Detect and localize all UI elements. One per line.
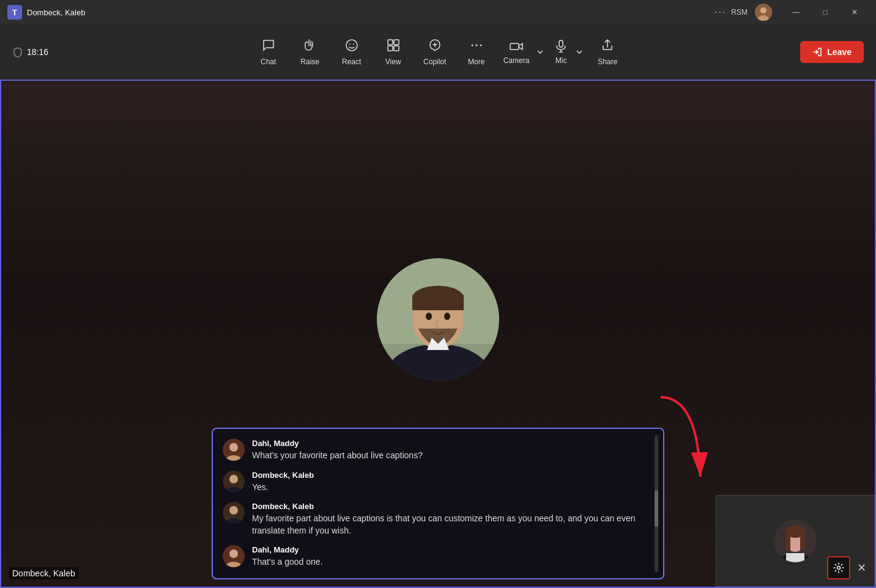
maximize-button[interactable]: □ bbox=[811, 2, 839, 22]
user-avatar bbox=[755, 4, 772, 21]
svg-rect-8 bbox=[388, 46, 393, 51]
copilot-label: Copilot bbox=[423, 58, 446, 66]
svg-point-11 bbox=[475, 45, 477, 47]
mic-label: Mic bbox=[555, 56, 567, 65]
caption-speaker-name: Dahl, Maddy bbox=[252, 439, 651, 448]
camera-group: Camera bbox=[499, 31, 547, 73]
captions-close-button[interactable]: ✕ bbox=[853, 559, 870, 576]
caption-entry: Dombeck, Kaleb Yes. bbox=[223, 471, 651, 494]
caption-entry: Dahl, Maddy What's your favorite part ab… bbox=[223, 439, 651, 462]
main-participant-photo bbox=[377, 258, 499, 381]
svg-rect-14 bbox=[559, 40, 563, 47]
camera-button[interactable]: Camera bbox=[499, 31, 535, 73]
share-label: Share bbox=[598, 58, 617, 66]
svg-rect-13 bbox=[510, 43, 519, 50]
svg-rect-7 bbox=[394, 40, 399, 45]
caption-text: That's a good one. bbox=[252, 556, 651, 568]
close-button[interactable]: ✕ bbox=[841, 2, 869, 22]
react-label: React bbox=[342, 58, 361, 66]
svg-point-50 bbox=[837, 567, 841, 570]
caption-avatar bbox=[223, 471, 245, 493]
svg-point-12 bbox=[480, 45, 481, 47]
mic-group: Mic bbox=[549, 31, 585, 73]
svg-point-48 bbox=[229, 549, 238, 558]
mic-button[interactable]: Mic bbox=[549, 31, 573, 73]
caption-content: Dombeck, Kaleb My favorite part about li… bbox=[252, 502, 651, 537]
caption-speaker-name: Dombeck, Kaleb bbox=[252, 502, 651, 511]
captions-panel: Dahl, Maddy What's your favorite part ab… bbox=[212, 428, 664, 579]
copilot-button[interactable]: Copilot bbox=[415, 31, 455, 73]
toolbar: 18:16 Chat Raise bbox=[0, 24, 876, 80]
copilot-icon bbox=[428, 38, 442, 55]
app-container: T Dombeck, Kaleb ··· RSM — □ ✕ bbox=[0, 0, 876, 588]
svg-point-27 bbox=[444, 313, 450, 320]
chat-label: Chat bbox=[261, 58, 276, 66]
chat-icon bbox=[261, 38, 276, 55]
window-title: Dombeck, Kaleb bbox=[27, 8, 85, 17]
svg-point-5 bbox=[353, 43, 354, 45]
svg-rect-36 bbox=[800, 532, 805, 550]
caption-content: Dombeck, Kaleb Yes. bbox=[252, 471, 651, 494]
minimize-button[interactable]: — bbox=[782, 2, 810, 22]
caption-text: What's your favorite part about live cap… bbox=[252, 450, 651, 462]
shield-icon bbox=[12, 47, 23, 58]
title-bar-left: T Dombeck, Kaleb bbox=[7, 5, 85, 20]
camera-label: Camera bbox=[503, 56, 530, 65]
caption-speaker-name: Dahl, Maddy bbox=[252, 545, 651, 554]
svg-rect-9 bbox=[394, 46, 399, 51]
svg-point-3 bbox=[346, 40, 357, 51]
caption-avatar bbox=[223, 439, 245, 461]
svg-point-4 bbox=[349, 43, 351, 45]
caption-text: My favorite part about live captions is … bbox=[252, 513, 651, 537]
camera-chevron[interactable] bbox=[534, 31, 546, 73]
svg-rect-35 bbox=[785, 532, 790, 550]
share-button[interactable]: Share bbox=[588, 31, 627, 73]
title-dots: ··· bbox=[715, 7, 726, 18]
svg-point-26 bbox=[426, 313, 432, 320]
toolbar-right: Leave bbox=[800, 41, 864, 63]
svg-point-10 bbox=[471, 45, 473, 47]
caption-speaker-name: Dombeck, Kaleb bbox=[252, 471, 651, 480]
caption-content: Dahl, Maddy That's a good one. bbox=[252, 545, 651, 568]
scrollbar-thumb bbox=[655, 490, 658, 527]
svg-point-45 bbox=[229, 506, 238, 515]
window-controls: — □ ✕ bbox=[782, 2, 869, 22]
raise-button[interactable]: Raise bbox=[291, 31, 330, 73]
captions-scrollbar[interactable] bbox=[655, 435, 658, 572]
svg-rect-6 bbox=[388, 40, 393, 45]
react-icon bbox=[344, 38, 359, 55]
captions-settings-button[interactable] bbox=[827, 556, 850, 579]
svg-rect-25 bbox=[412, 295, 464, 310]
more-button[interactable]: More bbox=[457, 31, 496, 73]
caption-entry: Dombeck, Kaleb My favorite part about li… bbox=[223, 502, 651, 537]
caption-avatar bbox=[223, 502, 245, 524]
caption-avatar bbox=[223, 545, 245, 567]
participant-name-label: Dombeck, Kaleb bbox=[9, 567, 79, 579]
view-label: View bbox=[385, 58, 401, 66]
raise-icon bbox=[303, 38, 317, 55]
caption-content: Dahl, Maddy What's your favorite part ab… bbox=[252, 439, 651, 462]
toolbar-center: Chat Raise bbox=[249, 31, 628, 73]
teams-logo: T bbox=[7, 5, 22, 20]
caption-entry: Dahl, Maddy That's a good one. bbox=[223, 545, 651, 568]
svg-rect-37 bbox=[786, 553, 804, 562]
caption-text: Yes. bbox=[252, 482, 651, 494]
leave-label: Leave bbox=[827, 47, 852, 57]
svg-point-1 bbox=[760, 7, 766, 13]
content-wrapper: Dombeck, Kaleb bbox=[0, 80, 876, 588]
view-button[interactable]: View bbox=[374, 31, 413, 73]
main-video: Dombeck, Kaleb bbox=[0, 80, 876, 588]
view-icon bbox=[386, 38, 401, 55]
more-label: More bbox=[468, 58, 484, 66]
call-time: 18:16 bbox=[27, 47, 48, 57]
title-bar-right: ··· RSM — □ ✕ bbox=[715, 2, 869, 22]
chat-button[interactable]: Chat bbox=[249, 31, 288, 73]
leave-button[interactable]: Leave bbox=[800, 41, 864, 63]
mic-chevron[interactable] bbox=[573, 31, 585, 73]
react-button[interactable]: React bbox=[332, 31, 371, 73]
svg-point-39 bbox=[229, 443, 238, 452]
captions-controls: ✕ bbox=[827, 556, 870, 579]
title-bar: T Dombeck, Kaleb ··· RSM — □ ✕ bbox=[0, 0, 876, 24]
svg-point-42 bbox=[229, 475, 238, 483]
share-icon bbox=[600, 38, 615, 55]
